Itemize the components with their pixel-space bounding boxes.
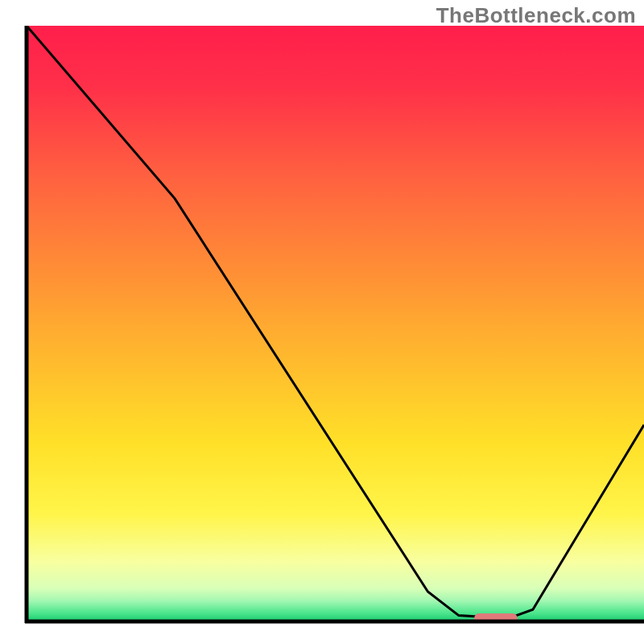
plot-area-gradient: [27, 26, 644, 621]
chart-svg: [0, 0, 644, 644]
chart-container: TheBottleneck.com: [0, 0, 644, 644]
watermark-text: TheBottleneck.com: [436, 3, 636, 28]
